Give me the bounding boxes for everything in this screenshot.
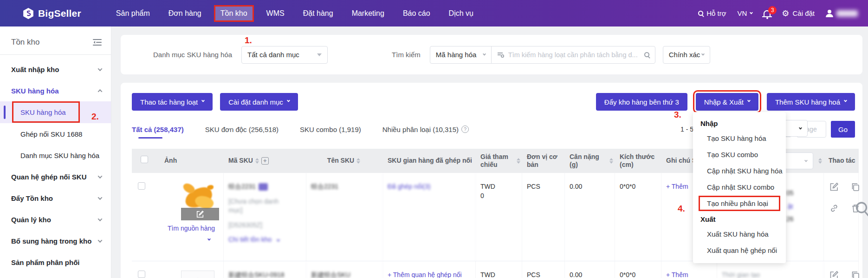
nav-item-services[interactable]: Dịch vụ [443, 5, 479, 22]
menu-item-export-sku[interactable]: Xuất SKU hàng hóa [693, 226, 786, 242]
chevron-down-icon [98, 195, 103, 200]
language-selector[interactable]: VN [737, 9, 752, 17]
product-image-cell [154, 261, 224, 278]
nav-item-inventory[interactable]: Tồn kho [214, 5, 254, 22]
sku-barcode: [D526305Z] [228, 221, 286, 230]
help-label: Hỗ trợ [706, 9, 726, 17]
dimensions-cell: 0*0*0 [615, 173, 661, 261]
add-sku-button[interactable]: Thêm SKU hàng hoá [767, 93, 855, 111]
edit-image-overlay[interactable] [181, 208, 219, 220]
sidebar-item-sku-hang-hoa-group[interactable]: SKU hàng hóa [0, 80, 111, 101]
sidebar-item-day-ton-kho[interactable]: Đẩy Tồn kho [0, 187, 111, 209]
sidebar-item-danh-muc-sku[interactable]: Danh mục SKU hàng hóa [0, 145, 111, 166]
bulk-actions-button[interactable]: Thao tác hàng loạt [132, 93, 213, 111]
search-type-value: Mã hàng hóa [436, 51, 477, 59]
nav-item-products[interactable]: Sản phẩm [110, 5, 156, 22]
edit-icon[interactable] [829, 182, 839, 192]
link-icon[interactable] [829, 204, 839, 213]
sku-name-cell: 新建组合SKU [306, 261, 383, 278]
sidebar-collapse-icon[interactable] [93, 39, 102, 46]
find-supplier-link[interactable]: Tìm nguồn hàng [154, 220, 220, 233]
select-all-checkbox[interactable] [141, 156, 148, 163]
toolbar-right: Đẩy kho hàng bên thứ 3 Nhập & Xuất Thêm … [596, 93, 855, 111]
match-mode-value: Chính xác [669, 51, 700, 59]
help-menu[interactable]: Hỗ trợ [698, 9, 726, 17]
menu-item-create-variants[interactable]: Tạo nhiều phân loại [699, 196, 780, 211]
user-icon [826, 10, 833, 17]
nav-item-wms[interactable]: WMS [260, 5, 291, 22]
linked-store-sku-cell[interactable]: + Thêm quan hệ ghép nối [383, 261, 476, 278]
linked-store-sku-cell[interactable]: Đã ghép nối(3) [383, 173, 476, 261]
base-unit-cell: PCS [522, 173, 565, 261]
column-header-reference-price[interactable]: Giá tham chiếu [476, 149, 522, 173]
tab-all[interactable]: Tất cả (258,437) [132, 126, 184, 133]
tab-multi-variant[interactable]: Nhiều phân loại (10,315) ? [382, 126, 469, 133]
product-image-placeholder[interactable] [181, 271, 214, 278]
menu-item-update-combo[interactable]: Cập nhật SKU combo [693, 179, 786, 195]
copy-icon[interactable] [851, 271, 860, 278]
go-button[interactable]: Go [831, 121, 855, 138]
search-icon[interactable] [644, 52, 649, 57]
column-header-linked-store-sku: SKU gian hàng đã ghép nối [383, 149, 476, 173]
user-menu[interactable] [826, 10, 858, 17]
row-checkbox[interactable] [138, 271, 145, 278]
nav-item-purchase[interactable]: Đặt hàng [297, 5, 339, 22]
row-checkbox[interactable] [138, 182, 145, 190]
sidebar-item-xuat-nhap-kho[interactable]: Xuất nhập kho [0, 59, 111, 80]
sidebar-title: Tồn kho [11, 38, 39, 47]
chevron-down-icon[interactable] [154, 233, 220, 244]
sku-note-cell[interactable]: + Thêm [661, 261, 717, 278]
sidebar-item-san-pham-phan-phoi[interactable]: Sản phẩm phân phối [0, 252, 111, 273]
menu-item-update-sku[interactable]: Cập nhật SKU hàng hóa [693, 163, 786, 179]
sort-icon[interactable] [609, 158, 613, 164]
nav-item-marketing[interactable]: Marketing [346, 5, 390, 22]
sidebar-item-bo-sung-hang[interactable]: Bổ sung hàng trong kho [0, 230, 111, 252]
category-select[interactable]: Tất cả danh mục [241, 46, 328, 64]
sidebar-item-quan-he-ghep-noi[interactable]: Quan hệ ghép nối SKU [0, 166, 111, 187]
tab-single-sku[interactable]: SKU đơn độc (256,518) [205, 126, 279, 133]
column-header-weight[interactable]: Cân nặng (g) [565, 149, 615, 173]
sidebar-item-label: Ghép nối SKU 1688 [20, 130, 82, 138]
tab-sku-combo[interactable]: SKU combo (1,919) [300, 126, 361, 133]
actions-cell [824, 173, 859, 261]
settings-label: Cài đặt [792, 9, 815, 17]
filter-card: Danh mục SKU hàng hóa Tất cả danh mục Tì… [121, 35, 862, 74]
chevron-down-icon [804, 159, 808, 162]
category-select-value: Tất cả danh mục [247, 51, 299, 59]
notifications-button[interactable]: 3 [764, 10, 771, 16]
menu-item-create-sku[interactable]: Tạo SKU hàng hóa [693, 130, 786, 146]
nav-item-reports[interactable]: Báo cáo [397, 5, 436, 22]
settings-menu[interactable]: ⚙ Cài đặt [782, 9, 815, 18]
sidebar-item-label: Danh mục SKU hàng hóa [20, 152, 99, 159]
push-third-party-button[interactable]: Đẩy kho hàng bên thứ 3 [596, 93, 687, 111]
sidebar-item-ghep-noi-sku-1688[interactable]: Ghép nối SKU 1688 [0, 123, 111, 145]
product-image[interactable] [181, 182, 219, 220]
batch-search-icon[interactable] [497, 51, 505, 59]
language-label: VN [737, 9, 747, 17]
sort-icon[interactable] [255, 158, 259, 164]
import-export-dropdown: Nhập Tạo SKU hàng hóa Tạo SKU combo Cập … [693, 112, 786, 263]
copy-icon[interactable] [851, 182, 860, 192]
menu-item-export-relations[interactable]: Xuất quan hệ ghép nối [693, 242, 786, 258]
preview-magnifier-icon[interactable] [855, 200, 868, 219]
add-column-icon[interactable]: + [261, 157, 269, 165]
search-input[interactable] [508, 51, 641, 59]
edit-icon[interactable] [829, 271, 839, 278]
sort-icon[interactable] [818, 158, 822, 164]
stock-detail-link[interactable]: Chi tiết tồn kho [228, 235, 303, 245]
annotation-3: 3. [674, 110, 681, 120]
search-type-select[interactable]: Mã hàng hóa [430, 46, 492, 63]
help-question-icon[interactable]: ? [461, 126, 469, 133]
match-mode-select[interactable]: Chính xác [663, 46, 710, 64]
menu-item-create-combo[interactable]: Tạo SKU combo [693, 146, 786, 163]
sort-icon[interactable] [356, 158, 360, 164]
import-export-button[interactable]: Nhập & Xuất [696, 93, 758, 111]
column-header-sku-name[interactable]: Tên SKU [306, 149, 383, 173]
bigseller-logo[interactable]: BigSeller [22, 7, 81, 20]
category-settings-button[interactable]: Cài đặt danh mục [220, 93, 298, 111]
sidebar-item-quan-ly-kho[interactable]: Quản lý kho [0, 209, 111, 230]
sort-icon[interactable] [517, 158, 520, 164]
column-header-sku-code[interactable]: Mã SKU + [224, 149, 306, 173]
nav-item-orders[interactable]: Đơn hàng [162, 5, 207, 22]
menu-section-export: Xuất [693, 212, 786, 226]
